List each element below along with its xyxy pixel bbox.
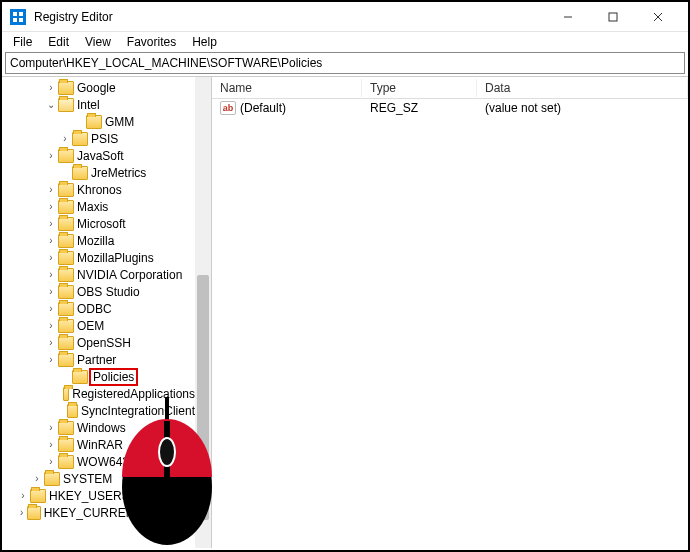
- expander-icon[interactable]: ›: [44, 150, 58, 161]
- list-header: Name Type Data: [212, 77, 688, 99]
- list-pane: Name Type Data ab (Default) REG_SZ (valu…: [212, 77, 688, 548]
- maximize-button[interactable]: [590, 2, 635, 32]
- string-value-icon: ab: [220, 101, 236, 115]
- expander-icon[interactable]: ›: [30, 473, 44, 484]
- expander-icon[interactable]: ›: [44, 252, 58, 263]
- tree-item-openssh[interactable]: › OpenSSH: [4, 334, 195, 351]
- expander-icon[interactable]: ›: [16, 507, 27, 518]
- tree-item-odbc[interactable]: › ODBC: [4, 300, 195, 317]
- tree-item-windows[interactable]: › Windows: [4, 419, 195, 436]
- minimize-button[interactable]: [545, 2, 590, 32]
- folder-icon: [58, 268, 74, 282]
- expander-icon[interactable]: ›: [44, 354, 58, 365]
- svg-rect-2: [13, 18, 17, 22]
- expander-icon[interactable]: ›: [44, 269, 58, 280]
- expander-icon[interactable]: ›: [44, 201, 58, 212]
- tree-item-system[interactable]: › SYSTEM: [4, 470, 195, 487]
- expander-icon[interactable]: ›: [44, 456, 58, 467]
- tree-item-microsoft[interactable]: › Microsoft: [4, 215, 195, 232]
- tree-item-maxis[interactable]: › Maxis: [4, 198, 195, 215]
- expander-icon[interactable]: ›: [44, 82, 58, 93]
- expander-icon[interactable]: ⌄: [44, 99, 58, 110]
- folder-icon: [58, 98, 74, 112]
- tree-item-gmm[interactable]: GMM: [4, 113, 195, 130]
- tree-item-partner[interactable]: › Partner: [4, 351, 195, 368]
- folder-icon: [58, 285, 74, 299]
- scrollbar-thumb[interactable]: [197, 275, 209, 520]
- tree-item-policies[interactable]: Policies: [4, 368, 195, 385]
- address-bar[interactable]: Computer\HKEY_LOCAL_MACHINE\SOFTWARE\Pol…: [5, 52, 685, 74]
- column-header-name[interactable]: Name: [212, 79, 362, 97]
- expander-icon[interactable]: ›: [44, 235, 58, 246]
- svg-rect-0: [13, 12, 17, 16]
- folder-icon: [58, 455, 74, 469]
- tree-item-hkey-current-config[interactable]: › HKEY_CURRENT_CONFIG: [4, 504, 195, 521]
- expander-icon[interactable]: ›: [44, 320, 58, 331]
- value-data: (value not set): [477, 101, 688, 115]
- menu-bar: File Edit View Favorites Help: [2, 32, 688, 52]
- address-text: Computer\HKEY_LOCAL_MACHINE\SOFTWARE\Pol…: [10, 56, 322, 70]
- tree-item-syncintegration[interactable]: SyncIntegrationClient: [4, 402, 195, 419]
- expander-icon[interactable]: ›: [44, 439, 58, 450]
- folder-icon: [58, 217, 74, 231]
- expander-icon[interactable]: ›: [44, 184, 58, 195]
- menu-file[interactable]: File: [6, 34, 39, 50]
- value-name: (Default): [240, 101, 286, 115]
- menu-view[interactable]: View: [78, 34, 118, 50]
- folder-icon: [58, 81, 74, 95]
- folder-icon: [44, 472, 60, 486]
- folder-icon: [58, 353, 74, 367]
- expander-icon[interactable]: ›: [44, 337, 58, 348]
- window-title: Registry Editor: [34, 10, 113, 24]
- close-button[interactable]: [635, 2, 680, 32]
- list-body[interactable]: ab (Default) REG_SZ (value not set): [212, 99, 688, 548]
- menu-help[interactable]: Help: [185, 34, 224, 50]
- folder-icon: [58, 421, 74, 435]
- tree-item-mozillaplugins[interactable]: › MozillaPlugins: [4, 249, 195, 266]
- tree-item-wow6432[interactable]: › WOW6432Node: [4, 453, 195, 470]
- expander-icon[interactable]: ›: [44, 303, 58, 314]
- tree-item-winrar[interactable]: › WinRAR: [4, 436, 195, 453]
- folder-icon: [27, 506, 40, 520]
- tree-scrollbar[interactable]: [195, 77, 211, 548]
- tree-item-psis[interactable]: › PSIS: [4, 130, 195, 147]
- value-type: REG_SZ: [362, 101, 477, 115]
- menu-edit[interactable]: Edit: [41, 34, 76, 50]
- title-bar: Registry Editor: [2, 2, 688, 32]
- tree-item-mozilla[interactable]: › Mozilla: [4, 232, 195, 249]
- folder-icon: [58, 438, 74, 452]
- svg-rect-1: [19, 12, 23, 16]
- column-header-type[interactable]: Type: [362, 79, 477, 97]
- expander-icon[interactable]: ›: [44, 218, 58, 229]
- menu-favorites[interactable]: Favorites: [120, 34, 183, 50]
- svg-rect-5: [609, 13, 617, 21]
- tree-item-javasoft[interactable]: › JavaSoft: [4, 147, 195, 164]
- expander-icon[interactable]: ›: [58, 133, 72, 144]
- tree-content[interactable]: › Google ⌄ Intel GMM › PSIS ›: [2, 77, 195, 523]
- expander-icon[interactable]: ›: [44, 286, 58, 297]
- tree-item-hkey-users[interactable]: › HKEY_USERS: [4, 487, 195, 504]
- folder-icon: [58, 149, 74, 163]
- tree-item-jremetrics[interactable]: JreMetrics: [4, 164, 195, 181]
- list-row[interactable]: ab (Default) REG_SZ (value not set): [212, 99, 688, 117]
- column-header-data[interactable]: Data: [477, 79, 688, 97]
- tree-item-intel[interactable]: ⌄ Intel: [4, 96, 195, 113]
- folder-icon: [63, 387, 70, 401]
- folder-icon: [86, 115, 102, 129]
- folder-icon: [30, 489, 46, 503]
- folder-icon: [58, 183, 74, 197]
- tree-item-registeredapplications[interactable]: RegisteredApplications: [4, 385, 195, 402]
- folder-icon: [72, 166, 88, 180]
- expander-icon[interactable]: ›: [44, 422, 58, 433]
- tree-pane: › Google ⌄ Intel GMM › PSIS ›: [2, 77, 212, 548]
- tree-item-oem[interactable]: › OEM: [4, 317, 195, 334]
- expander-icon[interactable]: ›: [16, 490, 30, 501]
- tree-item-khronos[interactable]: › Khronos: [4, 181, 195, 198]
- folder-icon: [58, 200, 74, 214]
- tree-item-nvidia[interactable]: › NVIDIA Corporation: [4, 266, 195, 283]
- tree-item-google[interactable]: › Google: [4, 79, 195, 96]
- folder-icon: [72, 132, 88, 146]
- tree-item-obs[interactable]: › OBS Studio: [4, 283, 195, 300]
- folder-icon: [58, 319, 74, 333]
- folder-icon: [58, 302, 74, 316]
